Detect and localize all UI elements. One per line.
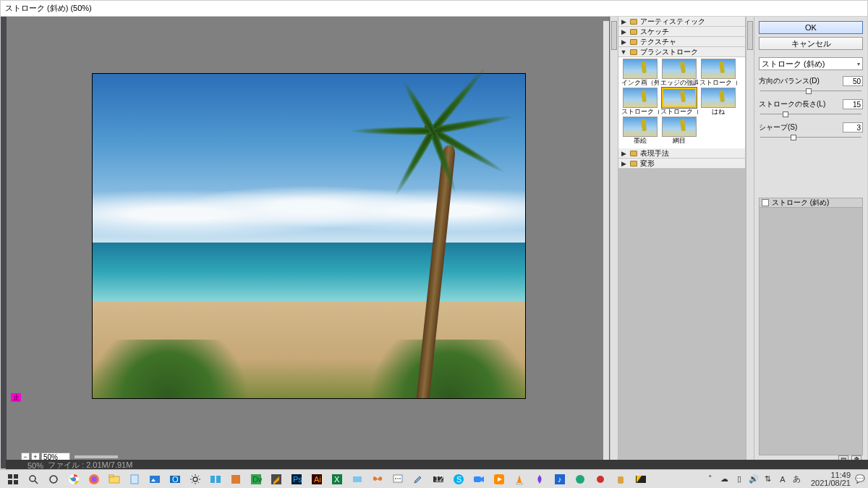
svg-rect-41 — [474, 476, 481, 482]
butterfly-icon[interactable] — [369, 471, 386, 487]
filter-thumb-crosshatch[interactable]: 網目 — [660, 117, 698, 144]
filter-thumb-ink-outline[interactable]: インク画（外形） — [621, 59, 659, 86]
svg-rect-13 — [131, 475, 138, 484]
notification-icon[interactable]: 💬 — [855, 474, 865, 484]
visibility-icon[interactable] — [762, 199, 769, 206]
svg-rect-32 — [353, 476, 362, 482]
start-button[interactable] — [4, 471, 22, 487]
disclosure-down-icon: ▼ — [620, 49, 627, 56]
filter-thumb-sumie[interactable]: 墨絵 — [621, 117, 659, 144]
zoom-icon[interactable] — [470, 471, 488, 487]
param-balance-slider[interactable] — [760, 89, 861, 93]
sublime-icon[interactable] — [268, 471, 285, 487]
cortana-icon[interactable] — [45, 471, 62, 487]
collapse-button[interactable] — [611, 21, 617, 50]
volume-icon[interactable]: 🔊 — [749, 474, 759, 484]
taskbar-clock[interactable]: 11:49 2021/08/21 — [811, 471, 851, 487]
vlc-icon[interactable] — [511, 471, 528, 487]
photoshop-icon[interactable]: Ps — [288, 471, 305, 487]
wifi-icon[interactable]: ⇅ — [763, 474, 773, 484]
battery-icon[interactable]: ▯ — [734, 474, 744, 484]
tool-slot[interactable] — [1, 17, 7, 38]
param-sharp-input[interactable] — [843, 122, 863, 132]
filter-thumb-dark-strokes[interactable]: ストローク（暗） — [621, 88, 659, 115]
taskview-icon[interactable] — [207, 471, 224, 487]
category-artistic[interactable]: ▶ アーティスティック — [618, 17, 745, 27]
applied-filter-list[interactable] — [759, 208, 863, 455]
file-explorer-icon[interactable] — [106, 471, 123, 487]
svg-point-10 — [91, 476, 97, 482]
ime-icon[interactable]: A — [778, 474, 788, 484]
tray-chevron-icon[interactable]: ˄ — [705, 474, 715, 484]
category-label: スケッチ — [640, 27, 669, 37]
param-balance-input[interactable] — [843, 76, 863, 86]
cloud-icon[interactable]: ☁ — [720, 474, 730, 484]
param-length-slider[interactable] — [760, 112, 861, 117]
collapse-strip-right — [746, 17, 754, 468]
svg-point-35 — [397, 478, 399, 479]
notepad-icon[interactable] — [126, 471, 143, 487]
keyboard-icon[interactable]: 123 — [430, 471, 447, 487]
category-distort[interactable]: ▶ 変形 — [618, 159, 745, 169]
svg-rect-1 — [14, 474, 18, 479]
system-tray[interactable]: ˄ ☁ ▯ 🔊 ⇅ A あ 11:49 2021/08/21 💬 — [705, 471, 865, 487]
record-icon[interactable] — [592, 471, 609, 487]
svg-text:Ps: Ps — [293, 475, 302, 484]
firefox-icon[interactable] — [85, 471, 103, 487]
svg-point-50 — [597, 476, 604, 483]
category-texture[interactable]: ▶ テクスチャ — [618, 37, 745, 47]
filter-thumb-sprayed-strokes[interactable]: ストローク（スプレー） — [699, 59, 737, 86]
filter-dropdown[interactable]: ストローク (斜め) ▾ — [759, 57, 863, 70]
category-stylize[interactable]: ▶ 表現手法 — [618, 148, 745, 159]
svg-rect-20 — [216, 476, 221, 483]
paint-icon[interactable] — [389, 471, 407, 487]
ok-button[interactable]: OK — [759, 21, 863, 34]
svg-point-34 — [395, 478, 396, 479]
jar-icon[interactable] — [612, 471, 629, 487]
brush-icon[interactable] — [409, 471, 427, 487]
flame-icon[interactable] — [531, 471, 548, 487]
window-title: ストローク (斜め) (50%) — [5, 3, 92, 14]
svg-point-36 — [399, 478, 401, 479]
category-sketch[interactable]: ▶ スケッチ — [618, 27, 745, 37]
zoom-slider[interactable] — [75, 455, 118, 458]
applied-filter-header[interactable]: ストローク (斜め) — [759, 198, 863, 208]
search-icon[interactable] — [25, 471, 42, 487]
skype-icon[interactable]: S — [450, 471, 467, 487]
cancel-button[interactable]: キャンセル — [759, 37, 863, 50]
filter-thumb-spatter[interactable]: はね — [699, 88, 737, 115]
app-stack-icon[interactable] — [227, 471, 244, 487]
photos-icon[interactable] — [146, 471, 163, 487]
window-titlebar: ストローク (斜め) (50%) — [1, 1, 867, 17]
vertical-scrollbar[interactable] — [603, 21, 609, 460]
folder-icon — [630, 39, 637, 45]
filter-thumb-angled-strokes[interactable]: ストローク（斜め） — [660, 88, 698, 115]
svg-text:S: S — [456, 475, 461, 484]
terminal-icon[interactable] — [632, 471, 650, 487]
param-length-input[interactable] — [843, 99, 863, 109]
dreamweaver-icon[interactable]: Dw — [247, 471, 265, 487]
illustrator-icon[interactable]: Ai — [308, 471, 326, 487]
svg-rect-19 — [210, 476, 215, 483]
category-label: アーティスティック — [640, 17, 705, 27]
folder-icon — [630, 29, 637, 35]
chrome-icon[interactable] — [65, 471, 82, 487]
settings-icon[interactable] — [187, 471, 204, 487]
media-player-icon[interactable] — [490, 471, 508, 487]
filter-gallery: ▶ アーティスティック ▶ スケッチ ▶ テクスチャ ▼ ブラシストローク イン… — [618, 17, 746, 468]
windows-taskbar: O Dw Ps Ai X 123 S ♪ ˄ ☁ ▯ 🔊 ⇅ A あ 11:49… — [0, 469, 868, 488]
disclosure-right-icon: ▶ — [620, 38, 627, 46]
category-brush-strokes[interactable]: ▼ ブラシストローク — [618, 47, 745, 57]
music-icon[interactable]: ♪ — [551, 471, 569, 487]
disclosure-right-icon: ▶ — [620, 160, 627, 167]
ime-mode-icon[interactable]: あ — [792, 474, 802, 484]
svg-point-18 — [193, 477, 197, 481]
collapse-button[interactable] — [747, 21, 753, 50]
excel-icon[interactable]: X — [328, 471, 346, 487]
globe-icon[interactable] — [571, 471, 589, 487]
param-sharp-slider[interactable] — [760, 135, 861, 140]
image-preview[interactable] — [92, 73, 526, 399]
app-generic-icon[interactable] — [349, 471, 366, 487]
outlook-icon[interactable]: O — [166, 471, 184, 487]
filter-thumb-accented-edges[interactable]: エッジの強調 — [660, 59, 698, 86]
